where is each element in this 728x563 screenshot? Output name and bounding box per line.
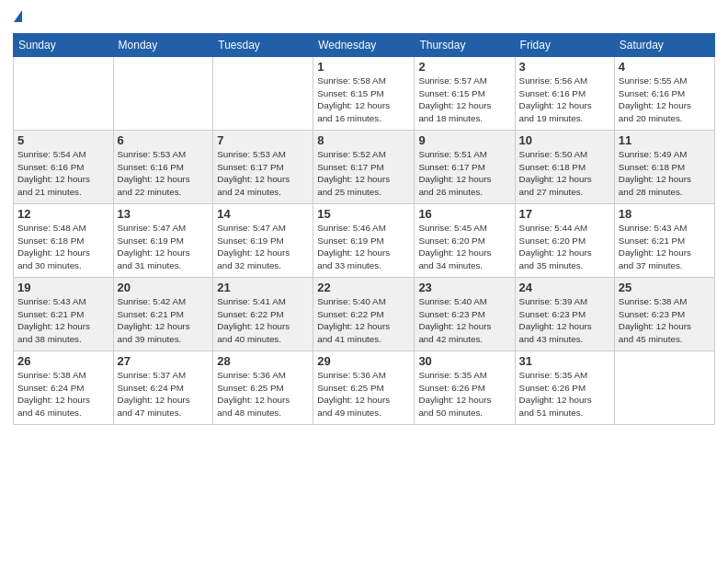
- day-info: Sunrise: 5:53 AM Sunset: 6:17 PM Dayligh…: [217, 148, 309, 199]
- day-info: Sunrise: 5:58 AM Sunset: 6:15 PM Dayligh…: [317, 75, 410, 125]
- day-number: 30: [418, 354, 510, 368]
- day-number: 5: [17, 133, 109, 147]
- day-info: Sunrise: 5:55 AM Sunset: 6:16 PM Dayligh…: [619, 75, 711, 125]
- calendar-cell: 20Sunrise: 5:42 AM Sunset: 6:21 PM Dayli…: [113, 278, 213, 351]
- calendar-table: SundayMondayTuesdayWednesdayThursdayFrid…: [13, 33, 715, 425]
- day-info: Sunrise: 5:43 AM Sunset: 6:21 PM Dayligh…: [619, 222, 711, 272]
- header: [13, 9, 715, 26]
- day-info: Sunrise: 5:54 AM Sunset: 6:16 PM Dayligh…: [17, 148, 109, 199]
- calendar-cell: 6Sunrise: 5:53 AM Sunset: 6:16 PM Daylig…: [113, 131, 213, 204]
- calendar-cell: 9Sunrise: 5:51 AM Sunset: 6:17 PM Daylig…: [415, 131, 515, 204]
- calendar-cell: [14, 57, 114, 131]
- day-info: Sunrise: 5:42 AM Sunset: 6:21 PM Dayligh…: [118, 295, 210, 346]
- calendar-week-row: 5Sunrise: 5:54 AM Sunset: 6:16 PM Daylig…: [14, 131, 715, 204]
- calendar-cell: 15Sunrise: 5:46 AM Sunset: 6:19 PM Dayli…: [313, 204, 415, 278]
- day-number: 9: [418, 133, 510, 147]
- day-number: 18: [619, 207, 711, 221]
- day-number: 29: [317, 354, 410, 368]
- day-number: 12: [17, 207, 109, 221]
- day-info: Sunrise: 5:44 AM Sunset: 6:20 PM Dayligh…: [519, 222, 610, 272]
- calendar-cell: 2Sunrise: 5:57 AM Sunset: 6:15 PM Daylig…: [415, 57, 515, 131]
- calendar-cell: 22Sunrise: 5:40 AM Sunset: 6:22 PM Dayli…: [313, 278, 415, 351]
- day-number: 15: [317, 207, 410, 221]
- day-number: 24: [519, 281, 610, 294]
- day-info: Sunrise: 5:47 AM Sunset: 6:19 PM Dayligh…: [118, 222, 210, 272]
- calendar-cell: [213, 57, 313, 131]
- day-number: 7: [217, 133, 309, 147]
- calendar-cell: 21Sunrise: 5:41 AM Sunset: 6:22 PM Dayli…: [213, 278, 313, 351]
- day-info: Sunrise: 5:38 AM Sunset: 6:23 PM Dayligh…: [619, 295, 711, 346]
- calendar-cell: [113, 57, 213, 131]
- calendar-cell: 12Sunrise: 5:48 AM Sunset: 6:18 PM Dayli…: [14, 204, 114, 278]
- calendar-header-row: SundayMondayTuesdayWednesdayThursdayFrid…: [14, 34, 715, 57]
- day-info: Sunrise: 5:48 AM Sunset: 6:18 PM Dayligh…: [17, 222, 109, 272]
- day-number: 8: [317, 133, 410, 147]
- calendar-cell: 19Sunrise: 5:43 AM Sunset: 6:21 PM Dayli…: [14, 278, 114, 351]
- day-info: Sunrise: 5:36 AM Sunset: 6:25 PM Dayligh…: [317, 369, 410, 419]
- weekday-header-friday: Friday: [515, 34, 614, 57]
- day-number: 23: [418, 281, 510, 294]
- calendar-cell: 28Sunrise: 5:36 AM Sunset: 6:25 PM Dayli…: [213, 351, 313, 425]
- day-info: Sunrise: 5:41 AM Sunset: 6:22 PM Dayligh…: [217, 295, 309, 346]
- weekday-header-saturday: Saturday: [614, 34, 714, 57]
- day-number: 4: [619, 60, 711, 74]
- calendar-week-row: 26Sunrise: 5:38 AM Sunset: 6:24 PM Dayli…: [14, 351, 715, 425]
- day-info: Sunrise: 5:51 AM Sunset: 6:17 PM Dayligh…: [418, 148, 510, 199]
- day-number: 27: [118, 354, 210, 368]
- logo-icon-triangle: [14, 10, 22, 22]
- day-info: Sunrise: 5:49 AM Sunset: 6:18 PM Dayligh…: [619, 148, 711, 199]
- day-number: 13: [118, 207, 210, 221]
- calendar-cell: 17Sunrise: 5:44 AM Sunset: 6:20 PM Dayli…: [515, 204, 614, 278]
- calendar-week-row: 1Sunrise: 5:58 AM Sunset: 6:15 PM Daylig…: [14, 57, 715, 131]
- day-number: 28: [217, 354, 309, 368]
- day-info: Sunrise: 5:35 AM Sunset: 6:26 PM Dayligh…: [418, 369, 510, 419]
- logo: [13, 9, 23, 26]
- weekday-header-monday: Monday: [113, 34, 213, 57]
- calendar-cell: 31Sunrise: 5:35 AM Sunset: 6:26 PM Dayli…: [515, 351, 614, 425]
- day-number: 21: [217, 281, 309, 294]
- day-info: Sunrise: 5:57 AM Sunset: 6:15 PM Dayligh…: [418, 75, 510, 125]
- day-info: Sunrise: 5:40 AM Sunset: 6:22 PM Dayligh…: [317, 295, 410, 346]
- page-container: SundayMondayTuesdayWednesdayThursdayFrid…: [0, 0, 728, 432]
- calendar-cell: 11Sunrise: 5:49 AM Sunset: 6:18 PM Dayli…: [614, 131, 714, 204]
- calendar-cell: 29Sunrise: 5:36 AM Sunset: 6:25 PM Dayli…: [313, 351, 415, 425]
- calendar-cell: 5Sunrise: 5:54 AM Sunset: 6:16 PM Daylig…: [14, 131, 114, 204]
- calendar-cell: 16Sunrise: 5:45 AM Sunset: 6:20 PM Dayli…: [415, 204, 515, 278]
- calendar-cell: 7Sunrise: 5:53 AM Sunset: 6:17 PM Daylig…: [213, 131, 313, 204]
- day-number: 17: [519, 207, 610, 221]
- calendar-cell: 4Sunrise: 5:55 AM Sunset: 6:16 PM Daylig…: [614, 57, 714, 131]
- day-number: 6: [118, 133, 210, 147]
- day-info: Sunrise: 5:39 AM Sunset: 6:23 PM Dayligh…: [519, 295, 610, 346]
- calendar-cell: 3Sunrise: 5:56 AM Sunset: 6:16 PM Daylig…: [515, 57, 614, 131]
- day-number: 3: [519, 60, 610, 74]
- day-number: 16: [418, 207, 510, 221]
- calendar-cell: 30Sunrise: 5:35 AM Sunset: 6:26 PM Dayli…: [415, 351, 515, 425]
- day-number: 2: [418, 60, 510, 74]
- calendar-week-row: 12Sunrise: 5:48 AM Sunset: 6:18 PM Dayli…: [14, 204, 715, 278]
- day-number: 25: [619, 281, 711, 294]
- day-info: Sunrise: 5:36 AM Sunset: 6:25 PM Dayligh…: [217, 369, 309, 419]
- day-number: 11: [619, 133, 711, 147]
- calendar-cell: 8Sunrise: 5:52 AM Sunset: 6:17 PM Daylig…: [313, 131, 415, 204]
- day-number: 26: [17, 354, 109, 368]
- day-info: Sunrise: 5:45 AM Sunset: 6:20 PM Dayligh…: [418, 222, 510, 272]
- calendar-cell: 10Sunrise: 5:50 AM Sunset: 6:18 PM Dayli…: [515, 131, 614, 204]
- calendar-cell: 24Sunrise: 5:39 AM Sunset: 6:23 PM Dayli…: [515, 278, 614, 351]
- weekday-header-sunday: Sunday: [14, 34, 114, 57]
- calendar-cell: 23Sunrise: 5:40 AM Sunset: 6:23 PM Dayli…: [415, 278, 515, 351]
- day-info: Sunrise: 5:40 AM Sunset: 6:23 PM Dayligh…: [418, 295, 510, 346]
- day-info: Sunrise: 5:50 AM Sunset: 6:18 PM Dayligh…: [519, 148, 610, 199]
- calendar-cell: 13Sunrise: 5:47 AM Sunset: 6:19 PM Dayli…: [113, 204, 213, 278]
- day-info: Sunrise: 5:53 AM Sunset: 6:16 PM Dayligh…: [118, 148, 210, 199]
- day-info: Sunrise: 5:56 AM Sunset: 6:16 PM Dayligh…: [519, 75, 610, 125]
- day-info: Sunrise: 5:38 AM Sunset: 6:24 PM Dayligh…: [17, 369, 109, 419]
- calendar-cell: 18Sunrise: 5:43 AM Sunset: 6:21 PM Dayli…: [614, 204, 714, 278]
- calendar-cell: 25Sunrise: 5:38 AM Sunset: 6:23 PM Dayli…: [614, 278, 714, 351]
- calendar-week-row: 19Sunrise: 5:43 AM Sunset: 6:21 PM Dayli…: [14, 278, 715, 351]
- day-number: 19: [17, 281, 109, 294]
- calendar-cell: [614, 351, 714, 425]
- day-info: Sunrise: 5:43 AM Sunset: 6:21 PM Dayligh…: [17, 295, 109, 346]
- day-number: 1: [317, 60, 410, 74]
- calendar-cell: 26Sunrise: 5:38 AM Sunset: 6:24 PM Dayli…: [14, 351, 114, 425]
- day-info: Sunrise: 5:46 AM Sunset: 6:19 PM Dayligh…: [317, 222, 410, 272]
